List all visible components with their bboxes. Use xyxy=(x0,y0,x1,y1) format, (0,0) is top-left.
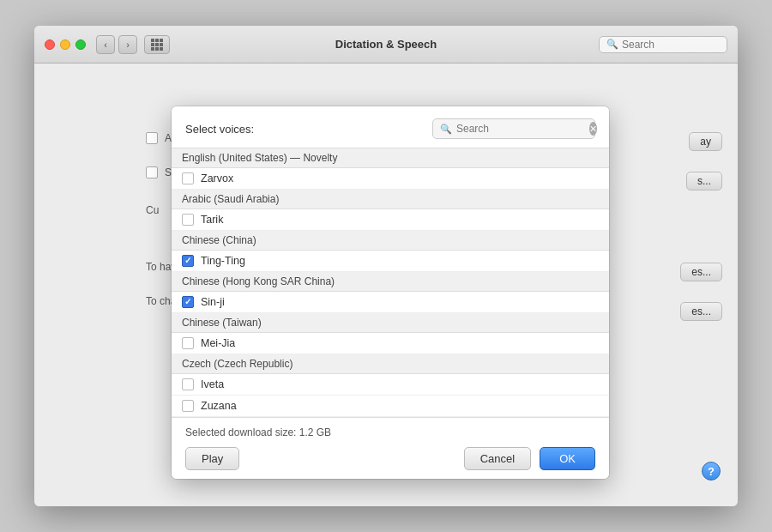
titlebar: ‹ › Dictation & Speech 🔍 xyxy=(34,26,738,63)
search-icon: 🔍 xyxy=(606,39,618,50)
category-chinese-hk: Chinese (Hong Kong SAR China) xyxy=(172,272,609,292)
window-title: Dictation & Speech xyxy=(335,38,437,51)
voice-name-tarik: Tarik xyxy=(201,214,223,226)
dialog-title: Select voices: xyxy=(185,123,254,136)
back-button[interactable]: ‹ xyxy=(96,35,115,54)
category-chinese-china: Chinese (China) xyxy=(172,231,609,251)
checkbox-sinji[interactable]: ✓ xyxy=(182,296,194,308)
dialog-search-box[interactable]: 🔍 ✕ xyxy=(432,118,595,139)
bg-checkbox-announce xyxy=(146,132,158,144)
voice-item-zuzana[interactable]: Zuzana xyxy=(172,396,609,417)
checkmark-sinji: ✓ xyxy=(184,298,191,306)
main-window: ‹ › Dictation & Speech 🔍 Ann Spe xyxy=(34,26,738,506)
voice-name-zarvox: Zarvox xyxy=(201,172,233,184)
dialog-header: Select voices: 🔍 ✕ xyxy=(172,106,609,148)
checkbox-iveta[interactable] xyxy=(182,378,194,390)
close-button[interactable] xyxy=(45,39,55,50)
checkmark-tingting: ✓ xyxy=(184,257,191,265)
bg-es-button2[interactable]: es... xyxy=(680,263,722,281)
checkbox-meijia[interactable] xyxy=(182,337,194,349)
category-czech: Czech (Czech Republic) xyxy=(172,354,609,374)
voice-item-zarvox[interactable]: Zarvox xyxy=(172,168,609,190)
voice-item-tarik[interactable]: Tarik xyxy=(172,209,609,231)
dialog-search-icon: 🔍 xyxy=(440,124,452,135)
cancel-button[interactable]: Cancel xyxy=(464,447,531,470)
checkbox-tarik[interactable] xyxy=(182,214,194,226)
bg-s-button1[interactable]: s... xyxy=(686,172,722,190)
help-button[interactable]: ? xyxy=(702,462,721,481)
voice-list: English (United States) — Novelty Zarvox… xyxy=(172,148,609,417)
voice-name-iveta: Iveta xyxy=(201,378,224,390)
download-size-label: Selected download size: 1.2 GB xyxy=(185,426,595,438)
header-search-box[interactable]: 🔍 xyxy=(599,36,727,53)
grid-view-button[interactable] xyxy=(144,35,170,54)
search-clear-button[interactable]: ✕ xyxy=(589,122,597,136)
category-arabic: Arabic (Saudi Arabia) xyxy=(172,190,609,209)
bg-checkbox-speak xyxy=(146,166,158,178)
dialog-footer: Selected download size: 1.2 GB Play Canc… xyxy=(172,417,609,479)
bg-play-button[interactable]: ay xyxy=(689,132,722,151)
forward-button[interactable]: › xyxy=(118,35,137,54)
category-english-novelty: English (United States) — Novelty xyxy=(172,148,609,168)
checkbox-zarvox[interactable] xyxy=(182,172,194,184)
bg-es-button3[interactable]: es... xyxy=(680,302,722,321)
checkbox-zuzana[interactable] xyxy=(182,400,194,412)
traffic-lights xyxy=(45,39,86,50)
dialog-buttons: Play Cancel OK xyxy=(185,447,595,470)
maximize-button[interactable] xyxy=(75,39,86,50)
nav-buttons: ‹ › xyxy=(96,35,137,54)
ok-button[interactable]: OK xyxy=(540,447,595,470)
voice-item-tingting[interactable]: ✓ Ting-Ting xyxy=(172,251,609,272)
voice-name-tingting: Ting-Ting xyxy=(201,255,245,267)
voice-item-meijia[interactable]: Mei-Jia xyxy=(172,333,609,354)
voice-item-sinji[interactable]: ✓ Sin-ji xyxy=(172,292,609,313)
dialog-buttons-right: Cancel OK xyxy=(464,447,595,470)
voice-name-sinji: Sin-ji xyxy=(201,296,225,308)
main-content: Ann Spe Cu To hav To cha ay s... es... e… xyxy=(34,63,738,506)
voice-name-meijia: Mei-Jia xyxy=(201,337,235,349)
play-button[interactable]: Play xyxy=(185,447,239,470)
checkbox-tingting[interactable]: ✓ xyxy=(182,255,194,267)
voice-name-zuzana: Zuzana xyxy=(201,400,237,412)
header-search-input[interactable] xyxy=(622,39,716,51)
select-voices-dialog: Select voices: 🔍 ✕ English (United State… xyxy=(172,106,609,479)
category-chinese-taiwan: Chinese (Taiwan) xyxy=(172,313,609,333)
minimize-button[interactable] xyxy=(60,39,70,50)
grid-icon xyxy=(151,39,163,51)
voice-item-iveta[interactable]: Iveta xyxy=(172,374,609,396)
dialog-search-input[interactable] xyxy=(456,123,585,135)
